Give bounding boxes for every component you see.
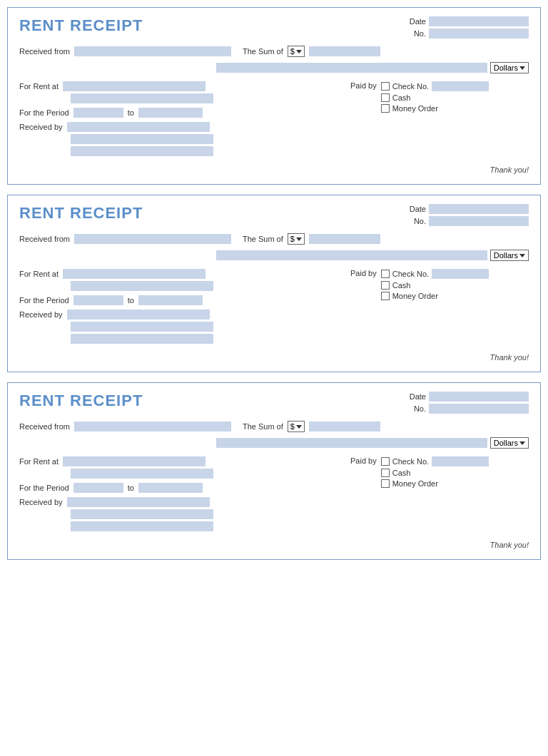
- sum-of-label-3: The Sum of: [243, 422, 283, 431]
- dollar-sign-3: $: [290, 422, 295, 431]
- date-field-1[interactable]: [429, 16, 529, 26]
- money-order-label-2: Money Order: [392, 292, 438, 300]
- check-no-field-2[interactable]: [432, 269, 489, 279]
- money-order-label-3: Money Order: [392, 479, 438, 488]
- rent-paid-section-1: For Rent at For the Period to: [19, 81, 529, 156]
- check-no-label-3: Check No.: [392, 457, 429, 466]
- for-rent-field-2[interactable]: [63, 269, 206, 279]
- received-from-label-1: Received from: [19, 47, 70, 56]
- date-no-section-3: Date No.: [406, 392, 529, 414]
- dollars-label-2: Dollars: [494, 251, 518, 260]
- dollar-dropdown-2[interactable]: $: [288, 233, 305, 245]
- no-row-1: No.: [406, 29, 529, 39]
- no-field-3[interactable]: [429, 404, 529, 414]
- check-no-field-3[interactable]: [432, 456, 489, 466]
- money-order-row-3: Money Order: [381, 479, 489, 488]
- thank-you-3: Thank you!: [19, 541, 529, 549]
- paid-by-section-1: Paid by Check No. Cash: [350, 81, 529, 113]
- received-from-field-1[interactable]: [74, 46, 231, 56]
- period-to-3[interactable]: [138, 483, 203, 493]
- dollar-dropdown-1[interactable]: $: [288, 46, 305, 57]
- dollar-arrow-3: [296, 425, 302, 429]
- period-label-2: For the Period: [19, 296, 69, 305]
- check-no-row-2: Check No.: [381, 269, 489, 279]
- cash-label-3: Cash: [392, 469, 411, 477]
- receipt-3-body: Received from The Sum of $ Dollars: [19, 421, 529, 549]
- cash-checkbox-2[interactable]: [381, 281, 390, 290]
- received-from-field-3[interactable]: [74, 422, 231, 431]
- receipt-2-header: RENT RECEIPT Date No.: [19, 204, 529, 226]
- money-order-checkbox-3[interactable]: [381, 479, 390, 488]
- dollars-dropdown-2[interactable]: Dollars: [490, 250, 529, 261]
- sum-field-1[interactable]: [309, 46, 380, 56]
- period-to-1[interactable]: [138, 108, 203, 118]
- period-from-2[interactable]: [73, 295, 123, 305]
- thank-you-1: Thank you!: [19, 165, 529, 174]
- date-row-3: Date: [406, 392, 529, 402]
- cash-label-1: Cash: [392, 93, 411, 102]
- for-rent-at-label-2: For Rent at: [19, 270, 59, 278]
- dollar-sign-1: $: [290, 47, 295, 56]
- period-label-1: For the Period: [19, 108, 69, 117]
- period-from-1[interactable]: [73, 108, 123, 118]
- paid-by-label-2: Paid by: [350, 269, 377, 277]
- received-by-field-3b[interactable]: [71, 509, 213, 519]
- money-order-row-1: Money Order: [381, 104, 489, 113]
- received-by-field-1[interactable]: [67, 122, 210, 132]
- receipt-2: RENT RECEIPT Date No. Received from The …: [7, 195, 541, 372]
- money-order-checkbox-2[interactable]: [381, 292, 390, 300]
- right-fields-1: Paid by Check No. Cash: [350, 81, 529, 156]
- dollar-arrow-1: [296, 50, 302, 53]
- dollars-dropdown-3[interactable]: Dollars: [490, 437, 529, 449]
- receipt-1: RENT RECEIPT Date No. Received from The …: [7, 7, 541, 185]
- check-checkbox-1[interactable]: [381, 82, 390, 91]
- sum-field-3[interactable]: [309, 422, 380, 431]
- receipt-3-header: RENT RECEIPT Date No.: [19, 392, 529, 414]
- received-by-field-2c[interactable]: [71, 334, 213, 344]
- period-from-3[interactable]: [73, 483, 123, 493]
- receipt-1-body: Received from The Sum of $ Dollars: [19, 46, 529, 174]
- thank-you-2: Thank you!: [19, 353, 529, 362]
- right-fields-3: Paid by Check No. Cash: [350, 456, 529, 531]
- checkbox-group-1: Check No. Cash Money Order: [381, 81, 489, 113]
- for-rent-field-1b[interactable]: [71, 93, 213, 103]
- for-rent-field-3[interactable]: [63, 456, 206, 466]
- received-by-field-2[interactable]: [67, 310, 210, 320]
- dollars-dropdown-1[interactable]: Dollars: [490, 62, 529, 73]
- check-checkbox-2[interactable]: [381, 270, 390, 278]
- cash-row-3: Cash: [381, 469, 489, 477]
- received-by-field-3[interactable]: [67, 497, 210, 507]
- sum-field-2[interactable]: [309, 234, 380, 244]
- date-field-2[interactable]: [429, 204, 529, 214]
- dollars-full-field-1[interactable]: [216, 63, 487, 73]
- cash-checkbox-1[interactable]: [381, 93, 390, 102]
- money-order-checkbox-1[interactable]: [381, 104, 390, 113]
- for-rent-at-label-1: For Rent at: [19, 82, 59, 91]
- dollars-full-field-3[interactable]: [216, 438, 487, 448]
- received-by-field-1c[interactable]: [71, 146, 213, 156]
- received-by-field-2b[interactable]: [71, 322, 213, 332]
- received-by-label-1: Received by: [19, 123, 63, 131]
- dollar-dropdown-3[interactable]: $: [288, 421, 305, 432]
- cash-label-2: Cash: [392, 281, 411, 290]
- for-rent-field-3b[interactable]: [71, 469, 213, 479]
- check-no-field-1[interactable]: [432, 81, 489, 91]
- dollars-full-field-2[interactable]: [216, 250, 487, 260]
- date-row-1: Date: [406, 16, 529, 26]
- date-field-3[interactable]: [429, 392, 529, 402]
- check-checkbox-3[interactable]: [381, 457, 390, 466]
- paid-by-section-2: Paid by Check No. Cash: [350, 269, 529, 300]
- no-row-2: No.: [406, 216, 529, 226]
- for-rent-field-1[interactable]: [63, 81, 206, 91]
- receipt-3: RENT RECEIPT Date No. Received from The …: [7, 382, 541, 560]
- received-by-field-1b[interactable]: [71, 134, 213, 144]
- dollars-arrow-1: [519, 66, 525, 70]
- no-field-2[interactable]: [429, 216, 529, 226]
- period-to-2[interactable]: [138, 295, 203, 305]
- cash-checkbox-3[interactable]: [381, 469, 390, 477]
- money-order-row-2: Money Order: [381, 292, 489, 300]
- received-by-field-3c[interactable]: [71, 521, 213, 531]
- no-field-1[interactable]: [429, 29, 529, 39]
- received-from-field-2[interactable]: [74, 234, 231, 244]
- for-rent-field-2b[interactable]: [71, 281, 213, 291]
